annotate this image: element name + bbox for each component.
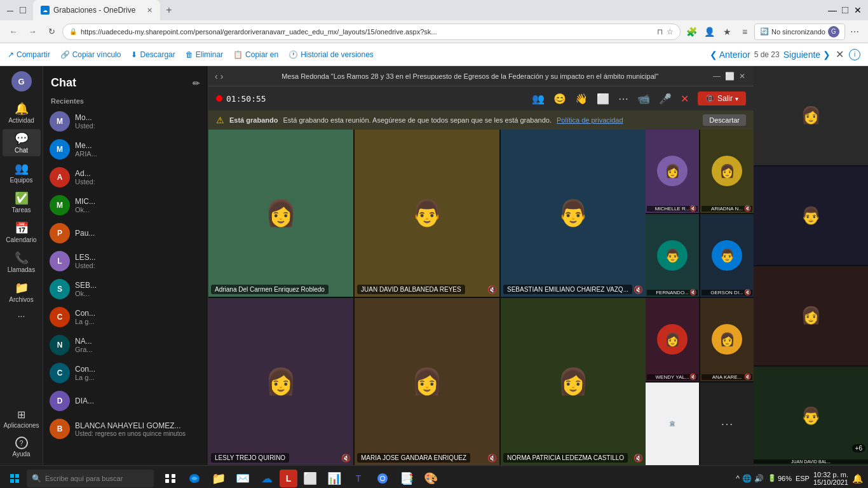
more-actions-icon[interactable]: ⋯ xyxy=(618,93,628,105)
sidebar-item-apps[interactable]: ⊞ Aplicaciones xyxy=(3,406,41,431)
taskbar-app-teams[interactable]: T xyxy=(347,467,370,489)
share-button[interactable]: ↗ Compartir xyxy=(8,50,50,59)
window-back-arrow[interactable]: ‹ xyxy=(215,71,218,81)
side-participant-panel: 👩 MICHELLE R... 🔇 👩 ARIADNA N... 🔇 👨 FER xyxy=(646,130,754,465)
privacy-policy-link[interactable]: Política de privacidad xyxy=(557,116,623,124)
sidebar-item-teams[interactable]: 👥 Equipos xyxy=(3,159,41,186)
sidebar-item-calendar[interactable]: 📅 Calendario xyxy=(3,219,41,246)
user-avatar[interactable]: G xyxy=(11,71,32,92)
dismiss-button[interactable]: Descartar xyxy=(703,114,746,126)
taskbar-app-edge[interactable] xyxy=(183,467,206,489)
next-button[interactable]: Siguiente ❯ xyxy=(783,50,831,60)
back-button[interactable]: ← xyxy=(5,24,22,40)
no-sync-button[interactable]: 🔄 No sincronizando G xyxy=(754,24,845,40)
collections-icon[interactable]: ≡ xyxy=(736,24,753,40)
sidebar-item-more[interactable]: ··· xyxy=(3,308,41,323)
taskbar-app-powerpoint[interactable]: 📑 xyxy=(395,467,418,489)
browser-close-button[interactable]: ✕ xyxy=(853,5,863,15)
taskbar-app-chrome[interactable] xyxy=(371,467,394,489)
chat-item-info: NA... Gra... xyxy=(75,337,201,353)
window-close-button[interactable]: ✕ xyxy=(737,71,747,81)
emoji-icon[interactable]: 😊 xyxy=(553,93,566,105)
taskbar-search[interactable]: 🔍 Escribe aquí para buscar xyxy=(27,470,154,487)
trash-icon: 🗑 xyxy=(186,50,193,59)
list-item[interactable]: C Con... La g... xyxy=(43,359,208,387)
notifications-icon[interactable]: 🔔 xyxy=(852,473,863,484)
mute-icon[interactable]: ✕ xyxy=(681,93,689,105)
taskbar-app-taskview[interactable] xyxy=(159,467,182,489)
share-tab-icon[interactable]: ⊓ xyxy=(657,27,663,36)
download-button[interactable]: ⬇ Descargar xyxy=(131,50,175,59)
sidebar-item-chat[interactable]: 💬 Chat xyxy=(3,129,41,156)
tray-network-icon[interactable]: 🌐 xyxy=(742,474,752,483)
list-item[interactable]: D DIA... xyxy=(43,387,208,415)
battery-indicator[interactable]: 🔋 96% xyxy=(768,474,792,482)
taskbar-app-office[interactable]: ⬜ xyxy=(299,467,322,489)
list-item[interactable]: M Me... ARIA... xyxy=(43,135,208,163)
list-item[interactable]: P Pau... xyxy=(43,219,208,247)
list-item[interactable]: M Mo... Usted: xyxy=(43,107,208,135)
tasks-icon: ✅ xyxy=(15,191,29,205)
delete-button[interactable]: 🗑 Eliminar xyxy=(186,50,223,59)
list-item[interactable]: L LES... Usted: xyxy=(43,247,208,275)
mic-icon[interactable]: 🎤 xyxy=(659,93,672,105)
new-chat-icon[interactable]: ✏ xyxy=(193,78,200,88)
close-preview-button[interactable]: ✕ xyxy=(836,48,844,60)
prev-button[interactable]: ❮ Anterior xyxy=(710,50,750,60)
taskbar: 🔍 Escribe aquí para buscar 📁 ✉️ ☁ L ⬜ 📊 … xyxy=(0,465,868,488)
refresh-button[interactable]: ↻ xyxy=(43,24,60,40)
window-maximize-button[interactable]: ⬜ xyxy=(724,71,735,81)
sidebar-item-help[interactable]: ? Ayuda xyxy=(3,434,41,460)
side-participant-dots: ⋯ xyxy=(700,383,754,466)
list-item[interactable]: S SEB... Ok... xyxy=(43,275,208,303)
info-button[interactable]: i xyxy=(849,49,860,60)
settings-dots-button[interactable]: ⋯ xyxy=(846,24,863,40)
profile-icon[interactable]: 👤 xyxy=(701,24,717,40)
taskbar-app-paint[interactable]: 🎨 xyxy=(419,467,442,489)
sidebar-item-files[interactable]: 📁 Archivos xyxy=(3,278,41,306)
chat-header-icons: ✏ xyxy=(193,78,200,88)
tray-volume-icon[interactable]: 🔊 xyxy=(754,474,764,483)
tray-chevron-icon[interactable]: ^ xyxy=(736,474,740,483)
sidebar-item-tasks[interactable]: ✅ Tareas xyxy=(3,189,41,216)
taskbar-app-excel[interactable]: 📊 xyxy=(323,467,346,489)
taskbar-app-onedrive[interactable]: ☁ xyxy=(255,467,278,489)
taskbar-app-file-explorer[interactable]: 📁 xyxy=(207,467,230,489)
participants-icon[interactable]: 👥 xyxy=(532,93,545,105)
clock[interactable]: 10:32 p. m. 15/10/2021 xyxy=(813,471,848,486)
video-toggle-icon[interactable]: 📹 xyxy=(637,93,650,105)
favorites-icon[interactable]: ★ xyxy=(719,24,735,40)
list-item[interactable]: N NA... Gra... xyxy=(43,331,208,359)
copy-link-button[interactable]: 🔗 Copiar vínculo xyxy=(60,50,121,59)
extensions-icon[interactable]: 🧩 xyxy=(683,24,700,40)
forward-button[interactable]: → xyxy=(24,24,41,40)
side-participant-ana: 👩 ANA KARE... 🔇 xyxy=(700,298,754,381)
version-history-button[interactable]: 🕐 Historial de versiones xyxy=(288,50,374,59)
sidebar-item-activity[interactable]: 🔔 Actividad xyxy=(3,99,41,126)
mute-icon-2: 🔇 xyxy=(487,285,497,294)
share-screen-icon[interactable]: ⬜ xyxy=(597,93,609,105)
browser-minimize-button[interactable]: — xyxy=(827,5,837,15)
minimize-button[interactable]: — xyxy=(5,5,15,15)
list-item[interactable]: M MIC... Ok... xyxy=(43,191,208,219)
leave-button[interactable]: 📵 Salir ▾ xyxy=(698,92,746,105)
window-minimize-button[interactable]: — xyxy=(712,71,722,81)
taskbar-app-lync[interactable]: L xyxy=(280,470,297,487)
list-item[interactable]: B BLANCA NAHAYELI GOMEZ... Usted: regres… xyxy=(43,415,208,443)
start-button[interactable] xyxy=(5,469,24,488)
extra-video-panel: 👩 👨 👩 👨 JUAN DAVID BAL... +6 xyxy=(754,66,868,465)
new-tab-button[interactable]: + xyxy=(160,1,178,19)
tab-close-button[interactable]: ✕ xyxy=(147,6,153,15)
list-item[interactable]: C Con... La g... xyxy=(43,303,208,331)
browser-restore-button[interactable] xyxy=(840,5,850,15)
taskbar-app-mail[interactable]: ✉️ xyxy=(231,467,254,489)
reactions-icon[interactable]: 👋 xyxy=(575,93,588,105)
browser-tab[interactable]: ☁ Grabaciones - OneDrive ✕ xyxy=(33,0,160,20)
participant-name-1: Adriana Del Carmen Enriquez Robledo xyxy=(211,285,329,294)
sidebar-item-calls[interactable]: 📞 Llamadas xyxy=(3,248,41,276)
copy-to-button[interactable]: 📋 Copiar en xyxy=(233,50,278,59)
address-bar[interactable]: 🔒 https://uadecedu-my.sharepoint.com/per… xyxy=(62,24,681,40)
list-item[interactable]: A Ad... Usted: xyxy=(43,163,208,191)
window-forward-arrow[interactable]: › xyxy=(220,71,224,81)
bookmark-icon[interactable]: ☆ xyxy=(667,27,674,36)
